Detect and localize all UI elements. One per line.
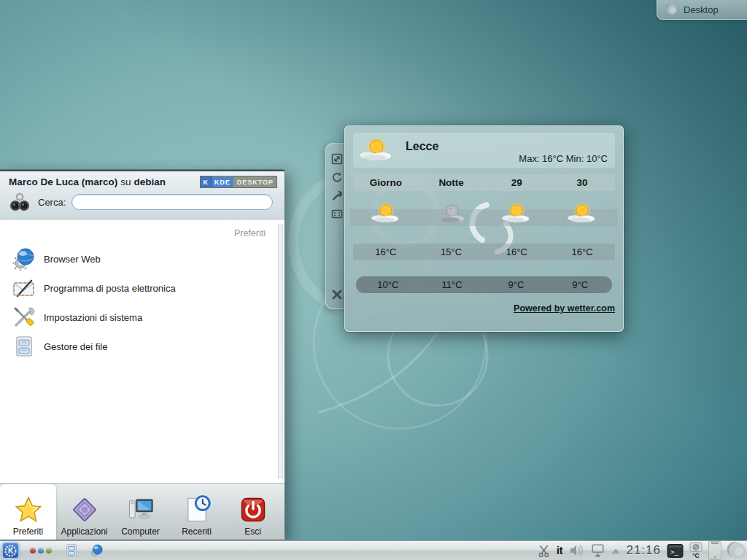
desktop-toolbox-label: Desktop (684, 4, 719, 15)
rotate-icon[interactable] (330, 171, 344, 184)
panel-cashew-icon[interactable] (727, 541, 746, 560)
favorites-section-label: Preferiti (12, 225, 274, 244)
web-browser-icon (12, 247, 36, 271)
tab-esci[interactable]: Esci (225, 484, 281, 540)
search-label[interactable]: Cerca: (38, 197, 66, 208)
weather-max-min: Max: 16°C Min: 10°C (519, 153, 608, 168)
temp-unit-label: °C (692, 553, 700, 559)
weather-tray-icon[interactable]: °C (689, 542, 703, 559)
power-icon (239, 495, 268, 524)
kde-logo-icon: K (4, 545, 17, 557)
night-temp: 10°C (356, 279, 420, 290)
tab-label: Recenti (182, 526, 212, 537)
system-settings-icon (12, 306, 36, 329)
web-browser-launcher-icon[interactable] (90, 544, 104, 558)
network-monitor-icon[interactable] (590, 543, 605, 558)
sun-cloud-icon (369, 200, 403, 228)
resize-icon[interactable] (330, 152, 344, 166)
search-input[interactable] (71, 194, 273, 210)
desktop-toolbox[interactable]: Desktop (657, 0, 747, 20)
tab-label: Computer (121, 526, 160, 537)
bottom-panel: K it (0, 540, 747, 560)
close-icon[interactable] (330, 288, 344, 301)
night-temp: 9°C (484, 279, 549, 290)
file-manager-launcher-icon[interactable] (64, 543, 79, 558)
tab-recenti[interactable]: Recenti (169, 484, 225, 540)
activity-dots[interactable] (30, 548, 52, 553)
maximize-icon[interactable] (330, 207, 344, 220)
weather-day-temps-row: 16°C 15°C 16°C 16°C (353, 244, 615, 260)
weather-col-header: 30 (549, 177, 615, 188)
search-binoculars-icon (9, 191, 31, 213)
night-temp: 11°C (420, 279, 484, 290)
weather-col-header: Notte (419, 177, 484, 188)
blue-dot-icon (38, 548, 44, 553)
sun-cloud-icon (565, 200, 599, 228)
email-icon (12, 276, 36, 300)
tab-computer[interactable]: Computer (112, 484, 169, 540)
day-temp: 15°C (419, 246, 484, 257)
badge-kde-text: KDE (212, 177, 233, 187)
digital-clock[interactable]: 21:16 (626, 543, 661, 558)
kickoff-tab-bar: Preferiti Applicazioni Computer (0, 483, 285, 540)
sun-cloud-icon (357, 134, 395, 166)
terminal-icon[interactable]: >_ (667, 543, 684, 559)
recent-documents-icon (182, 495, 212, 524)
menu-item-label: Gestore dei file (44, 341, 107, 352)
kickoff-favorites-list: Preferiti Browser Web (0, 219, 285, 483)
weather-credit-link[interactable]: Powered by wetter.com (514, 303, 615, 314)
title-separator: su (120, 176, 131, 187)
menu-item-system-settings[interactable]: Impostazioni di sistema (12, 303, 274, 332)
red-dot-icon (30, 548, 36, 553)
temperature-status-icon (689, 542, 703, 552)
scrollbar[interactable] (278, 224, 283, 479)
weather-widget[interactable]: Lecce Max: 16°C Min: 10°C Giorno Notte 2… (344, 125, 624, 332)
cashew-icon (666, 4, 678, 15)
tab-label: Preferiti (13, 526, 43, 537)
volume-icon[interactable] (568, 544, 584, 557)
day-temp: 16°C (353, 246, 419, 257)
moon-cloud-icon (435, 200, 468, 228)
weather-city: Lecce (406, 140, 438, 153)
day-temp: 16°C (484, 246, 550, 257)
green-dot-icon (46, 548, 52, 553)
configure-wrench-icon[interactable] (330, 189, 344, 202)
night-temp: 9°C (548, 279, 612, 290)
weather-night-temps-row: 10°C 11°C 9°C 9°C (356, 276, 612, 293)
menu-item-label: Programma di posta elettronica (44, 283, 176, 294)
day-temp: 16°C (549, 246, 615, 257)
file-manager-icon (12, 335, 36, 358)
menu-item-browser-web[interactable]: Browser Web (12, 244, 274, 273)
menu-item-label: Impostazioni di sistema (44, 312, 142, 323)
clipboard-scissors-icon[interactable] (537, 544, 551, 558)
tab-label: Esci (244, 526, 261, 537)
user-name: Marco De Luca (marco) (9, 176, 117, 187)
star-icon (14, 495, 43, 524)
svg-text:K: K (8, 547, 14, 555)
weather-col-header: Giorno (353, 177, 419, 188)
kickoff-menu: Marco De Luca (marco) su debian K KDE DE… (0, 169, 285, 540)
panel-widget-strip[interactable] (708, 541, 721, 560)
weather-condition-icons-row (353, 192, 615, 235)
kickoff-header: Marco De Luca (marco) su debian K KDE DE… (0, 170, 285, 219)
kde-launcher-button[interactable]: K (2, 542, 19, 559)
menu-item-email[interactable]: Programma di posta elettronica (12, 273, 274, 303)
tray-expand-arrow-icon[interactable] (611, 548, 620, 554)
kde-mini-logo-icon: K (201, 176, 212, 187)
keyboard-layout-indicator[interactable]: it (557, 545, 563, 556)
computer-icon (126, 495, 155, 524)
host-name: debian (134, 176, 166, 187)
badge-desktop-text: DESKTOP (233, 177, 274, 187)
tab-preferiti[interactable]: Preferiti (0, 484, 56, 540)
weather-header: Lecce Max: 16°C Min: 10°C (353, 133, 615, 168)
weather-column-headers: Giorno Notte 29 30 (353, 174, 615, 191)
menu-item-label: Browser Web (44, 254, 101, 265)
menu-item-file-manager[interactable]: Gestore dei file (12, 332, 274, 361)
weather-col-header: 29 (484, 177, 550, 188)
applications-icon (70, 495, 99, 524)
kde-desktop-badge: K KDE DESKTOP (200, 176, 277, 188)
sun-cloud-icon (500, 200, 533, 228)
tab-applicazioni[interactable]: Applicazioni (56, 484, 112, 540)
tab-label: Applicazioni (61, 526, 107, 537)
svg-text:>_: >_ (670, 548, 678, 556)
